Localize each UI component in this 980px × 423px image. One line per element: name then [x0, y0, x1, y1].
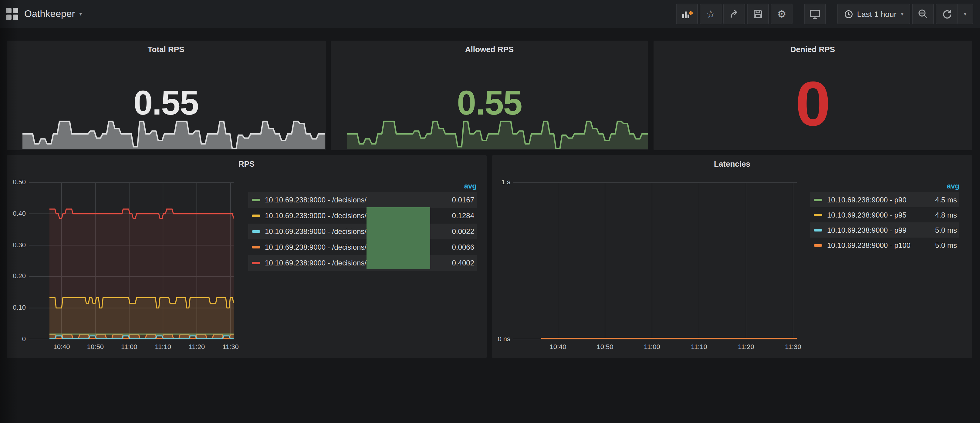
bar-chart-plus-icon — [681, 8, 693, 19]
dashboard-title[interactable]: Oathkeeper — [24, 8, 75, 19]
series-swatch — [814, 244, 822, 246]
legend-row[interactable]: 10.10.69.238:9000 - p99 5.0 ms — [810, 222, 959, 238]
gear-icon: ⚙ — [777, 9, 787, 19]
legend-row[interactable]: 10.10.69.238:9000 - /decisions/ 0.1284 — [248, 208, 477, 223]
save-button[interactable] — [747, 4, 769, 24]
series-avg-value: 5.0 ms — [935, 241, 957, 249]
series-label[interactable]: 10.10.69.238:9000 - /decisions/ — [265, 211, 366, 220]
series-swatch — [814, 214, 822, 216]
refresh-icon — [942, 9, 952, 19]
series-swatch — [251, 230, 260, 233]
total-rps-sparkline — [22, 120, 325, 149]
series-label[interactable]: 10.10.69.238:9000 - p90 — [827, 195, 907, 204]
series-swatch — [251, 262, 260, 264]
panel-denied-rps[interactable]: Denied RPS 0 — [653, 41, 972, 150]
denied-rps-value: 0 — [653, 72, 972, 135]
series-label[interactable]: 10.10.69.238:9000 - /decisions/ — [265, 196, 366, 204]
x-axis-tick: 10:40 — [544, 343, 572, 350]
series-label[interactable]: 10.10.69.238:9000 - p100 — [827, 241, 910, 249]
rps-legend: avg 10.10.69.238:9000 - /decisions/ 0.01… — [248, 180, 477, 271]
y-axis-tick: 1 s — [492, 178, 510, 185]
x-axis-tick: 10:50 — [81, 343, 109, 350]
series-avg-value: 0.0167 — [452, 196, 474, 204]
legend-row[interactable]: 10.10.69.238:9000 - /decisions/ 0.4002 — [248, 255, 477, 271]
green-overlay-box — [366, 207, 430, 269]
y-axis-tick: 0 ns — [492, 335, 510, 342]
refresh-caret-icon: ▾ — [964, 11, 966, 17]
y-axis-tick: 0 — [6, 335, 26, 342]
y-axis-tick: 0.20 — [6, 272, 26, 280]
legend-row[interactable]: 10.10.69.238:9000 - p100 5.0 ms — [810, 238, 959, 253]
zoom-out-button[interactable] — [912, 4, 934, 24]
panel-title[interactable]: Allowed RPS — [331, 45, 648, 54]
time-range-picker[interactable]: Last 1 hour ▾ — [838, 4, 910, 24]
series-avg-value: 5.0 ms — [935, 226, 957, 234]
x-axis-tick: 11:20 — [732, 343, 760, 350]
panel-total-rps[interactable]: Total RPS 0.55 — [6, 41, 326, 150]
apps-grid-icon[interactable] — [6, 8, 18, 20]
time-range-caret-icon: ▾ — [901, 11, 904, 17]
panel-allowed-rps[interactable]: Allowed RPS 0.55 — [331, 41, 648, 150]
series-avg-value: 0.0066 — [452, 243, 474, 252]
header-toolbar: ☆ ⚙ — [675, 4, 980, 24]
legend-row[interactable]: 10.10.69.238:9000 - /decisions/ 0.0167 — [248, 192, 477, 208]
x-axis-tick: 11:10 — [149, 343, 177, 350]
series-swatch — [251, 199, 260, 201]
latencies-legend: avg 10.10.69.238:9000 - p90 4.5 ms 10.10… — [810, 180, 959, 253]
refresh-button[interactable] — [936, 4, 958, 24]
refresh-interval-dropdown[interactable]: ▾ — [958, 4, 973, 24]
magnifier-minus-icon — [918, 8, 928, 19]
settings-button[interactable]: ⚙ — [771, 4, 793, 24]
time-range-label: Last 1 hour — [857, 10, 897, 19]
series-avg-value: 0.0022 — [452, 227, 474, 236]
panel-title[interactable]: Latencies — [492, 159, 972, 168]
star-button[interactable]: ☆ — [700, 4, 722, 24]
series-label[interactable]: 10.10.69.238:9000 - p99 — [827, 226, 907, 234]
legend-row[interactable]: 10.10.69.238:9000 - /decisions/ 0.0066 — [248, 239, 477, 255]
tv-mode-button[interactable] — [804, 4, 826, 24]
panel-rps-graph[interactable]: RPS avg 10.10.69.238:9000 - /decisions/ … — [6, 155, 487, 358]
refresh-split-button: ▾ — [936, 4, 973, 24]
y-axis-tick: 0.30 — [6, 241, 26, 248]
title-caret-icon[interactable]: ▾ — [79, 11, 82, 17]
panel-title[interactable]: Denied RPS — [653, 45, 972, 54]
x-axis-tick: 11:00 — [115, 343, 143, 350]
latencies-chart-plot[interactable] — [513, 182, 797, 339]
series-swatch — [251, 214, 260, 217]
x-axis-tick: 11:00 — [638, 343, 666, 350]
total-rps-value: 0.55 — [6, 86, 326, 120]
x-axis-tick: 11:10 — [685, 343, 713, 350]
y-axis-tick: 0.40 — [6, 210, 26, 217]
add-panel-button[interactable] — [676, 4, 698, 24]
star-icon: ☆ — [706, 9, 716, 19]
series-swatch — [814, 198, 822, 201]
panel-latencies-graph[interactable]: Latencies avg 10.10.69.238:9000 - p90 4.… — [492, 155, 972, 358]
series-label[interactable]: 10.10.69.238:9000 - /decisions/ — [265, 243, 366, 252]
legend-row[interactable]: 10.10.69.238:9000 - /decisions/ 0.0022 — [248, 223, 477, 239]
series-label[interactable]: 10.10.69.238:9000 - p95 — [827, 211, 907, 219]
share-icon — [729, 8, 740, 19]
legend-row[interactable]: 10.10.69.238:9000 - p95 4.8 ms — [810, 207, 959, 222]
grafana-dashboard: Oathkeeper ▾ ☆ — [0, 0, 980, 423]
legend-avg-header[interactable]: avg — [947, 182, 959, 190]
series-avg-value: 0.4002 — [452, 259, 474, 267]
panel-title[interactable]: Total RPS — [6, 45, 326, 54]
allowed-rps-sparkline — [347, 120, 648, 149]
x-axis-tick: 11:20 — [183, 343, 211, 350]
share-button[interactable] — [724, 4, 746, 24]
allowed-rps-value: 0.55 — [331, 86, 648, 120]
series-label[interactable]: 10.10.69.238:9000 - /decisions/ — [265, 259, 366, 267]
clock-icon — [845, 10, 853, 19]
rps-chart-plot[interactable] — [29, 182, 234, 339]
y-axis-tick: 0.10 — [6, 304, 26, 311]
series-label[interactable]: 10.10.69.238:9000 - /decisions/ — [265, 227, 366, 236]
legend-row[interactable]: 10.10.69.238:9000 - p90 4.5 ms — [810, 192, 959, 207]
legend-header: avg — [248, 180, 477, 192]
x-axis-tick: 11:30 — [216, 343, 245, 350]
series-avg-value: 0.1284 — [452, 211, 474, 220]
legend-avg-header[interactable]: avg — [464, 182, 477, 190]
panel-title[interactable]: RPS — [6, 159, 487, 168]
series-swatch — [814, 229, 822, 231]
legend-header: avg — [810, 180, 959, 192]
series-swatch — [251, 246, 260, 249]
